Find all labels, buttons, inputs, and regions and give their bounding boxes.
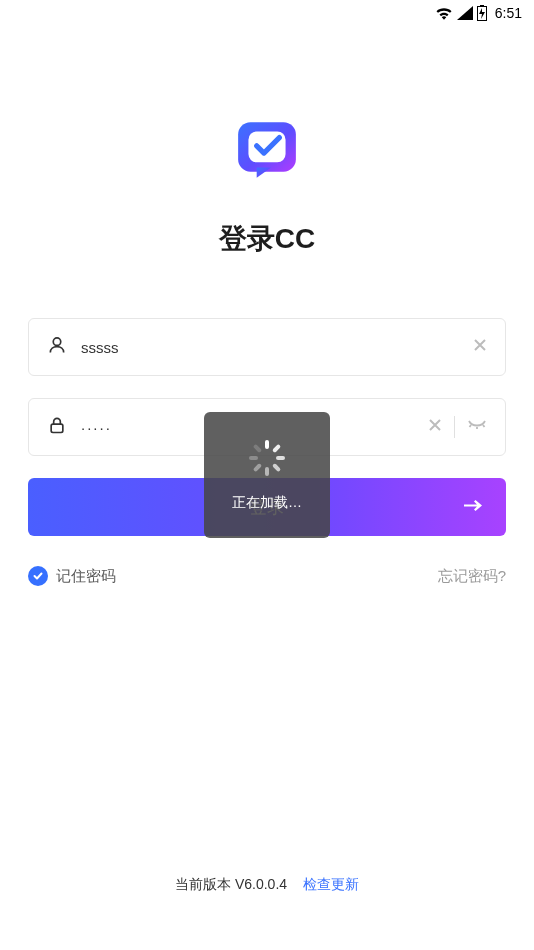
remember-label: 记住密码 [56, 567, 116, 586]
status-time: 6:51 [495, 5, 522, 21]
footer: 当前版本 V6.0.0.4 检查更新 [0, 876, 534, 894]
clear-password-icon[interactable] [428, 418, 442, 436]
username-field[interactable]: sssss [28, 318, 506, 376]
svg-rect-7 [272, 444, 281, 453]
svg-rect-5 [51, 424, 63, 432]
loading-text: 正在加载… [232, 494, 302, 512]
svg-point-4 [53, 338, 61, 346]
page-title: 登录CC [28, 220, 506, 258]
status-bar: 6:51 [0, 0, 534, 26]
svg-rect-10 [265, 467, 269, 476]
svg-rect-8 [276, 456, 285, 460]
svg-rect-1 [480, 5, 484, 7]
arrow-right-icon [464, 497, 482, 518]
check-update-link[interactable]: 检查更新 [303, 876, 359, 892]
clear-username-icon[interactable] [473, 338, 487, 356]
divider [454, 416, 455, 438]
svg-rect-11 [253, 463, 262, 472]
svg-rect-9 [272, 463, 281, 472]
spinner-icon [247, 438, 287, 478]
check-circle-icon [28, 566, 48, 586]
user-icon [47, 335, 67, 359]
app-logo [28, 118, 506, 184]
remember-password-toggle[interactable]: 记住密码 [28, 566, 116, 586]
svg-rect-12 [249, 456, 258, 460]
loading-overlay: 正在加载… [204, 412, 330, 538]
eye-closed-icon[interactable] [467, 418, 487, 436]
svg-rect-6 [265, 440, 269, 449]
battery-icon [477, 5, 487, 21]
svg-rect-13 [253, 444, 262, 453]
cellular-icon [457, 6, 473, 20]
wifi-icon [435, 6, 453, 20]
version-label: 当前版本 V6.0.0.4 [175, 876, 287, 892]
username-value[interactable]: sssss [81, 339, 473, 356]
lock-icon [47, 415, 67, 439]
forgot-password-link[interactable]: 忘记密码? [438, 567, 506, 586]
